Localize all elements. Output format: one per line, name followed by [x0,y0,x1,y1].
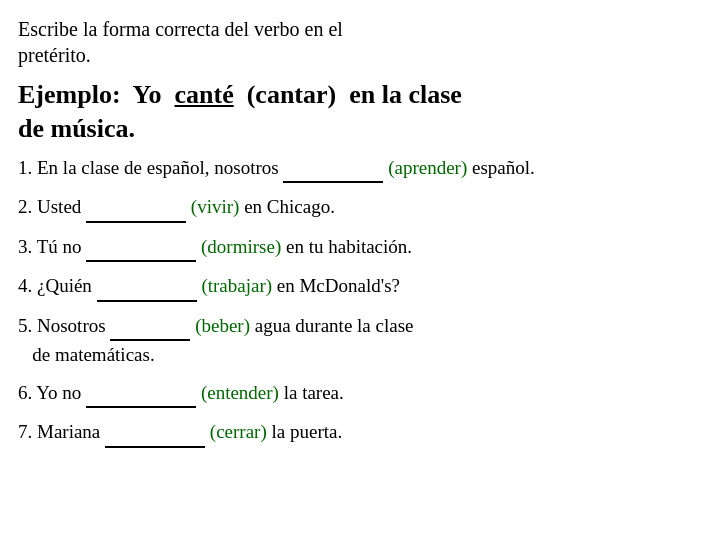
question-1: 1. En la clase de español, nosotros (apr… [18,154,702,184]
question-5: 5. Nosotros (beber) agua durante la clas… [18,312,702,369]
q7-number: 7. [18,421,32,442]
q7-blank [105,418,205,448]
q1-number: 1. [18,157,32,178]
q6-number: 6. [18,382,32,403]
q2-number: 2. [18,196,32,217]
q3-number: 3. [18,236,32,257]
question-7: 7. Mariana (cerrar) la puerta. [18,418,702,448]
question-6: 6. Yo no (entender) la tarea. [18,379,702,409]
example-line2: de música. [18,112,702,146]
q4-after: en McDonald's? [277,275,400,296]
q2-before: Usted [37,196,86,217]
q6-after: la tarea. [284,382,344,403]
questions-section: 1. En la clase de español, nosotros (apr… [18,154,702,448]
example-section: Ejemplo: Yo canté (cantar) en la clase d… [18,78,702,146]
example-line2-text: de música. [18,114,135,143]
q6-blank [86,379,196,409]
q6-verb: (entender) [201,382,279,403]
q1-after: español. [472,157,535,178]
q5-line2: de matemáticas. [18,344,155,365]
question-4: 4. ¿Quién (trabajar) en McDonald's? [18,272,702,302]
q7-verb: (cerrar) [210,421,267,442]
q5-after: agua durante la clase [255,315,414,336]
example-prefix: Yo [133,80,162,109]
example-verb-conjugated: canté [175,80,234,109]
q3-verb: (dormirse) [201,236,281,257]
q3-before: Tú no [37,236,87,257]
example-label: Ejemplo: [18,80,121,109]
title-text2: pretérito. [18,44,91,66]
title-text1: Escribe la forma correcta del verbo en e… [18,18,343,40]
title-section: Escribe la forma correcta del verbo en e… [18,16,702,68]
q1-blank [283,154,383,184]
q4-before: ¿Quién [37,275,97,296]
q3-after: en tu habitación. [286,236,412,257]
q4-blank [97,272,197,302]
q5-number: 5. [18,315,32,336]
q5-verb: (beber) [195,315,250,336]
q2-after: en Chicago. [244,196,335,217]
example-line1: Ejemplo: Yo canté (cantar) en la clase [18,78,702,112]
q7-before: Mariana [37,421,105,442]
q2-blank [86,193,186,223]
q5-blank [110,312,190,342]
question-2: 2. Usted (vivir) en Chicago. [18,193,702,223]
q3-blank [86,233,196,263]
q4-verb: (trabajar) [201,275,272,296]
q1-verb: (aprender) [388,157,467,178]
q4-number: 4. [18,275,32,296]
q5-before: Nosotros [37,315,110,336]
example-suffix: en la clase [349,80,462,109]
q6-before: Yo no [36,382,86,403]
example-verb-infinitive: (cantar) [247,80,337,109]
q1-before: En la clase de español, nosotros [37,157,283,178]
q2-verb: (vivir) [191,196,240,217]
title-line1: Escribe la forma correcta del verbo en e… [18,16,702,42]
question-3: 3. Tú no (dormirse) en tu habitación. [18,233,702,263]
title-line2: pretérito. [18,42,702,68]
q7-after: la puerta. [272,421,343,442]
